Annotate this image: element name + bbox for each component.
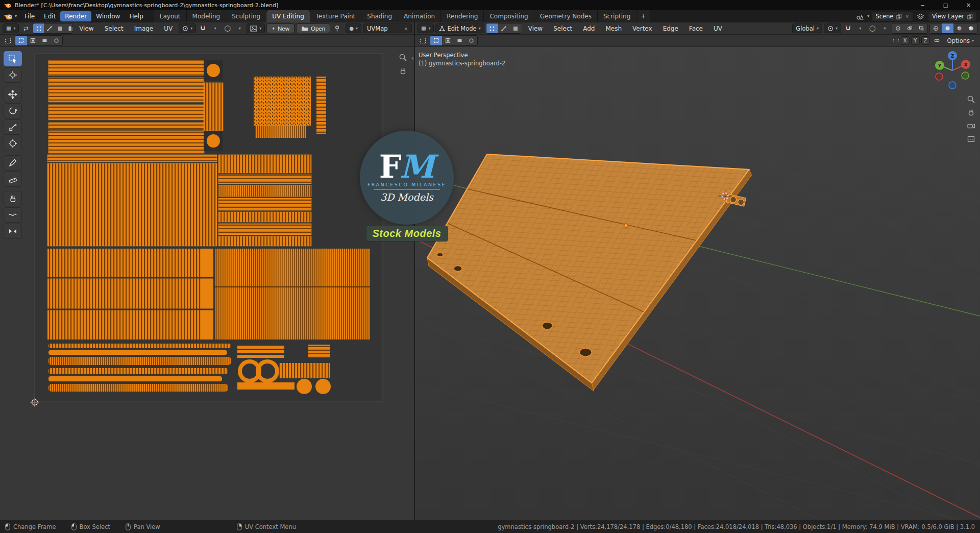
gizmo-negative-y-ball[interactable] xyxy=(962,72,969,79)
uvmap-selector[interactable]: UVMap × xyxy=(363,23,412,33)
image-browse-dropdown[interactable]: ▾ xyxy=(247,23,265,33)
xray-toggle[interactable] xyxy=(916,23,927,33)
vp-menu-edge[interactable]: Edge xyxy=(658,23,683,34)
annotate-tool-button[interactable] xyxy=(4,155,22,171)
close-button[interactable]: × xyxy=(957,0,980,10)
vp-ortho-grid-icon[interactable] xyxy=(967,135,975,143)
snap-settings-dropdown[interactable]: ▾ xyxy=(855,23,866,33)
uv-region-collapse-arrow[interactable]: ‹ xyxy=(411,54,414,62)
move-tool-button[interactable] xyxy=(4,87,22,102)
minimize-button[interactable]: ─ xyxy=(911,0,934,10)
navigation-gizmo[interactable]: X Y Z xyxy=(933,51,972,90)
pivot-point-dropdown[interactable]: ▾ xyxy=(824,23,841,33)
options-dropdown[interactable]: Options ▾ xyxy=(944,36,977,45)
tab-shading[interactable]: Shading xyxy=(361,10,398,22)
transform-orientation-dropdown[interactable]: Global ▾ xyxy=(792,23,822,33)
vp-menu-select[interactable]: Select xyxy=(549,23,577,34)
uv-snap-toggle[interactable] xyxy=(198,23,208,33)
uv-select-edge-button[interactable] xyxy=(44,23,55,33)
edge-select-button[interactable] xyxy=(498,23,510,33)
uv-sticky-option-1[interactable] xyxy=(15,36,27,45)
scene-icon[interactable] xyxy=(854,12,865,21)
uv-sticky-option-3[interactable] xyxy=(39,36,51,45)
copy-scene-icon[interactable] xyxy=(896,14,902,19)
gizmo-negative-x-ball[interactable] xyxy=(936,73,943,80)
shading-rendered-button[interactable] xyxy=(965,23,977,33)
vp-menu-mesh[interactable]: Mesh xyxy=(601,23,626,34)
transform-tool-button[interactable] xyxy=(4,136,22,151)
uv-island-top-left[interactable] xyxy=(48,60,223,153)
open-image-button[interactable]: Open xyxy=(296,23,330,33)
uv-proportional-falloff-dropdown[interactable]: ▾ xyxy=(234,23,245,33)
uv-island-middle-left[interactable] xyxy=(47,155,217,246)
scene-dropdown-arrow[interactable]: ▾ xyxy=(867,14,869,18)
vp-menu-vertex[interactable]: Vertex xyxy=(628,23,657,34)
uv-menu-view[interactable]: View xyxy=(75,23,98,34)
springboard-mesh[interactable] xyxy=(427,154,752,391)
tab-texture-paint[interactable]: Texture Paint xyxy=(310,10,361,22)
tab-layout[interactable]: Layout xyxy=(154,10,187,22)
menu-file[interactable]: File xyxy=(20,11,39,21)
snap-toggle[interactable] xyxy=(843,23,853,33)
tweak-cursor-tool-button[interactable] xyxy=(4,67,22,83)
tab-scripting[interactable]: Scripting xyxy=(598,10,636,22)
menu-render[interactable]: Render xyxy=(60,11,91,21)
shading-material-button[interactable] xyxy=(953,23,965,33)
uv-editor-type-button[interactable]: ▦ ▾ xyxy=(3,23,19,33)
proportional-falloff-dropdown[interactable]: ▾ xyxy=(879,23,890,33)
vp-toggle-3[interactable] xyxy=(454,36,465,45)
gizmo-negative-z-ball[interactable] xyxy=(949,82,956,89)
tab-modeling[interactable]: Modeling xyxy=(187,10,227,22)
face-select-button[interactable] xyxy=(510,23,522,33)
tab-compositing[interactable]: Compositing xyxy=(484,10,534,22)
mirror-y-to ggle[interactable]: Y xyxy=(911,36,920,45)
measure-tool-button[interactable] xyxy=(4,172,22,187)
menu-window[interactable]: Window xyxy=(91,11,125,21)
vp-toggle-2[interactable] xyxy=(442,36,454,45)
vp-toggle-4[interactable] xyxy=(465,36,477,45)
box-select-tool-button[interactable] xyxy=(4,51,22,66)
shading-solid-button[interactable] xyxy=(942,23,953,33)
tab-geometry-nodes[interactable]: Geometry Nodes xyxy=(534,10,598,22)
proportional-editing-toggle[interactable]: ◯ xyxy=(867,23,878,33)
uv-menu-image[interactable]: Image xyxy=(130,23,158,34)
view-layer-icon[interactable] xyxy=(915,12,926,21)
add-workspace-button[interactable]: + xyxy=(636,10,650,22)
display-channels-dropdown[interactable]: ● ▾ xyxy=(346,23,361,33)
vp-menu-add[interactable]: Add xyxy=(578,23,599,34)
mirror-x-toggle[interactable]: X xyxy=(901,36,910,45)
uvmap-clear-icon[interactable]: × xyxy=(404,26,408,31)
menu-help[interactable]: Help xyxy=(125,11,148,21)
vp-menu-uv[interactable]: UV xyxy=(709,23,727,34)
tab-uv-editing[interactable]: UV Editing xyxy=(266,10,310,22)
tab-sculpting[interactable]: Sculpting xyxy=(226,10,266,22)
vp-camera-view-icon[interactable] xyxy=(967,122,975,130)
mode-dropdown[interactable]: Edit Mode ▾ xyxy=(435,23,484,33)
uv-menu-select[interactable]: Select xyxy=(100,23,128,34)
uv-sync-selection-toggle[interactable]: ⇄ xyxy=(20,23,31,33)
uv-pan-hand-icon[interactable] xyxy=(399,67,407,76)
viewport-editor-type-button[interactable]: ▦ ▾ xyxy=(418,23,434,33)
viewport-canvas[interactable] xyxy=(415,47,980,520)
pin-image-icon[interactable] xyxy=(332,23,342,33)
vp-active-tool-icon[interactable] xyxy=(418,36,428,45)
tab-animation[interactable]: Animation xyxy=(398,10,441,22)
tab-rendering[interactable]: Rendering xyxy=(441,10,484,22)
copy-view-layer-icon[interactable] xyxy=(967,14,973,19)
shading-wireframe-button[interactable] xyxy=(930,23,942,33)
maximize-button[interactable]: □ xyxy=(934,0,957,10)
uv-sticky-option-4[interactable] xyxy=(51,36,62,45)
mirror-z-toggle[interactable]: Z xyxy=(921,36,930,45)
menu-edit[interactable]: Edit xyxy=(39,11,60,21)
uv-select-island-button[interactable] xyxy=(65,23,73,33)
vp-zoom-icon[interactable] xyxy=(967,95,975,104)
vp-toggle-1[interactable] xyxy=(430,36,442,45)
vp-menu-view[interactable]: View xyxy=(524,23,547,34)
rotate-tool-button[interactable] xyxy=(4,103,22,118)
uv-island-lower-band[interactable] xyxy=(47,249,370,340)
uv-menu-uv[interactable]: UV xyxy=(159,23,177,34)
uv-island-middle-right[interactable] xyxy=(218,155,311,246)
snap-extra-toggle[interactable] xyxy=(932,36,942,45)
scale-tool-button[interactable] xyxy=(4,119,22,135)
uv-sticky-option-2[interactable] xyxy=(27,36,39,45)
